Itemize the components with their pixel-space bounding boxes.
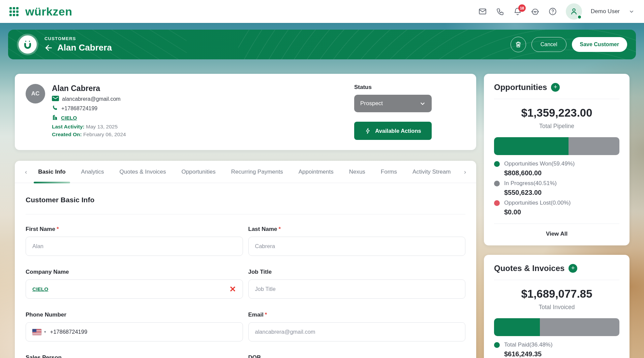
required-mark: * [57, 226, 59, 232]
lost-label: Opportunities Lost(0.00%) [504, 200, 571, 206]
last-name-input[interactable]: Cabrera [248, 237, 466, 256]
status-label: Status [354, 84, 432, 91]
divider [494, 99, 619, 99]
clear-company-icon[interactable]: ✕ [229, 285, 236, 293]
user-avatar[interactable] [566, 3, 582, 20]
last-name-label: Last Name [248, 226, 277, 232]
tab-quotes-invoices[interactable]: Quotes & Invoices [112, 161, 174, 183]
total-invoiced-label: Total Invoiced [494, 304, 619, 311]
email-label: Email [248, 311, 264, 318]
customer-name: Alan Cabrera [52, 84, 126, 93]
last-activity-label: Last Activity: [52, 124, 85, 129]
add-quote-icon[interactable]: + [569, 264, 577, 273]
lost-dot-icon [494, 200, 500, 206]
total-invoiced-amount: $1,689,077.85 [494, 288, 619, 300]
back-arrow-icon[interactable] [44, 43, 53, 52]
quotes-invoices-title: Quotes & Invoices [494, 264, 564, 273]
last-activity-value: May 13, 2025 [85, 124, 118, 129]
tab-appointments[interactable]: Appointments [291, 161, 341, 183]
created-on-label: Created On: [52, 131, 82, 137]
customer-banner: CUSTOMERS Alan Cabrera Cancel Save Custo… [8, 30, 636, 59]
email-input[interactable]: alancabrera@gmail.com [248, 322, 466, 341]
phone-number-label: Phone Number [26, 311, 66, 318]
phone-number-input[interactable]: ▾ +17868724199 [26, 322, 243, 341]
us-flag-icon[interactable] [32, 329, 41, 335]
job-title-placeholder: Job Title [255, 286, 276, 292]
tab-recurring-payments[interactable]: Recurring Payments [223, 161, 291, 183]
total-pipeline-label: Total Pipeline [494, 123, 619, 130]
user-menu-chevron-icon[interactable] [628, 7, 635, 16]
lost-amount: $0.00 [504, 208, 619, 216]
view-all-button[interactable]: View All [494, 223, 619, 237]
customer-email[interactable]: alancabrera@gmail.com [62, 96, 121, 102]
paid-amount: $616,249.35 [504, 350, 619, 358]
tab-analytics[interactable]: Analytics [73, 161, 112, 183]
customer-avatar: AC [26, 84, 45, 103]
status-dropdown[interactable]: Prospect [354, 95, 432, 112]
company-building-icon [52, 114, 58, 122]
cancel-button[interactable]: Cancel [531, 37, 566, 52]
tab-nexus[interactable]: Nexus [341, 161, 373, 183]
company-name-link[interactable]: CIELO [32, 286, 48, 292]
quotes-invoices-card: Quotes & Invoices + $1,689,077.85 Total … [484, 255, 630, 358]
save-customer-button[interactable]: Save Customer [572, 37, 627, 52]
total-pipeline-amount: $1,359,223.00 [494, 107, 619, 119]
delete-customer-button[interactable] [511, 37, 526, 52]
online-status-dot [577, 15, 582, 19]
breadcrumb: CUSTOMERS [44, 36, 112, 41]
flag-caret-icon[interactable]: ▾ [44, 330, 46, 334]
wurkzen-mark-icon [17, 34, 38, 55]
first-name-value: Alan [32, 243, 43, 249]
tab-basic-info[interactable]: Basic Info [30, 161, 73, 183]
opportunities-card: Opportunities + $1,359,223.00 Total Pipe… [484, 74, 630, 245]
status-value: Prospect [360, 100, 383, 107]
tabs-scroll-left-icon[interactable]: ‹ [22, 168, 30, 176]
paid-label: Total Paid(36.48%) [504, 341, 553, 348]
chevron-down-icon [420, 100, 426, 107]
phone-icon[interactable] [496, 7, 504, 16]
sales-person-field-group: Sales Person Demo User ✕ [26, 354, 243, 358]
won-label: Opportunities Won(59.49%) [504, 160, 575, 167]
user-name[interactable]: Demo User [591, 8, 620, 15]
tab-opportunities[interactable]: Opportunities [174, 161, 223, 183]
job-title-input[interactable]: Job Title [248, 279, 466, 299]
wurkzen-logo[interactable]: würkzen [25, 5, 72, 18]
in-progress-label: In Progress(40.51%) [504, 180, 557, 187]
customer-company-link[interactable]: CIELO [61, 115, 77, 121]
top-navbar: würkzen 18 Demo User [0, 0, 644, 23]
available-actions-button[interactable]: Available Actions [354, 122, 432, 140]
email-field-group: Email* alancabrera@gmail.com [248, 311, 466, 341]
phone-number-field-group: Phone Number ▾ +17868724199 [26, 311, 243, 341]
company-name-field-group: Company Name CIELO ✕ [26, 269, 243, 299]
section-title: Customer Basic Info [26, 196, 465, 204]
customer-detail-card: ‹ Basic Info Analytics Quotes & Invoices… [15, 161, 476, 358]
first-name-input[interactable]: Alan [26, 237, 243, 256]
opportunities-progress-fill [494, 137, 569, 155]
invoices-progress-fill [494, 318, 540, 336]
tab-activity-stream[interactable]: Activity Stream [405, 161, 458, 183]
lightning-icon [365, 128, 371, 134]
notifications-bell-icon[interactable]: 18 [513, 7, 522, 16]
mail-icon[interactable] [478, 7, 487, 16]
first-name-label: First Name [26, 226, 55, 232]
company-name-label: Company Name [26, 269, 69, 275]
apps-grid-icon[interactable] [9, 7, 19, 16]
company-name-input[interactable]: CIELO ✕ [26, 279, 243, 299]
tab-forms[interactable]: Forms [373, 161, 405, 183]
help-icon[interactable] [548, 7, 557, 16]
chatbot-icon[interactable] [531, 7, 540, 16]
add-opportunity-icon[interactable]: + [551, 83, 560, 92]
paid-dot-icon [494, 342, 500, 348]
tab-bar: ‹ Basic Info Analytics Quotes & Invoices… [15, 161, 476, 183]
won-amount: $808,600.00 [504, 169, 619, 177]
last-name-field-group: Last Name* Cabrera [248, 226, 466, 256]
job-title-field-group: Job Title Job Title [248, 269, 466, 299]
divider [494, 280, 619, 280]
job-title-label: Job Title [248, 269, 272, 275]
tabs-scroll-right-icon[interactable]: › [461, 168, 469, 176]
customer-phone[interactable]: +17868724199 [61, 106, 97, 112]
created-on-value: February 06, 2024 [82, 131, 126, 137]
page-title: Alan Cabrera [57, 42, 112, 53]
required-mark: * [278, 226, 281, 232]
in-progress-dot-icon [494, 181, 500, 186]
